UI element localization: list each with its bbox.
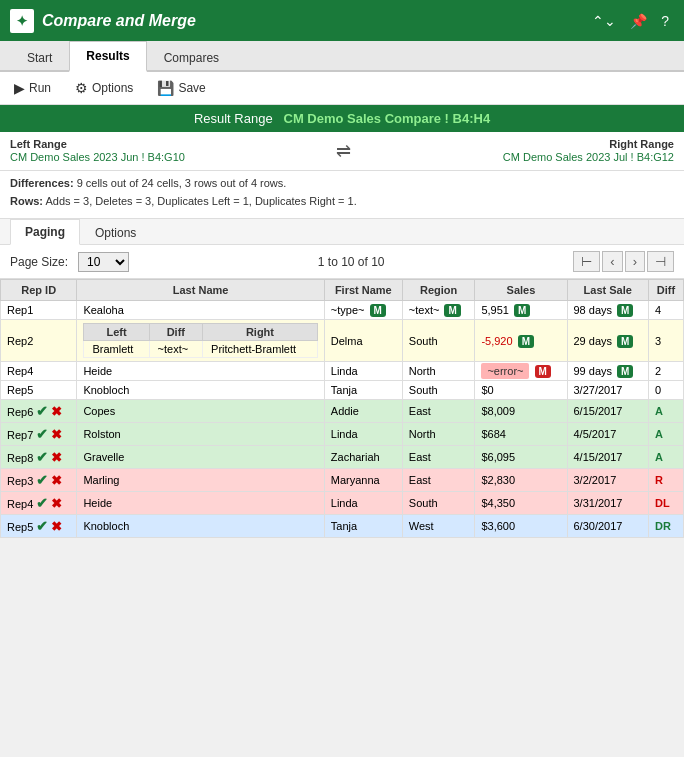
cell-last-name: Gravelle xyxy=(77,446,324,469)
cell-last-name: Copes xyxy=(77,400,324,423)
help-button[interactable]: ? xyxy=(656,11,674,31)
sub-tab-paging[interactable]: Paging xyxy=(10,219,80,245)
cell-rep-id: Rep6 ✔ ✖ xyxy=(1,400,77,423)
table-row: Rep4 Heide Linda North ~error~ M 99 days… xyxy=(1,362,684,381)
options-button[interactable]: ⚙ Options xyxy=(71,78,137,98)
cell-first-name: Linda xyxy=(324,423,402,446)
cell-first-name: Delma xyxy=(324,320,402,362)
page-size-label: Page Size: xyxy=(10,255,68,269)
cell-sales: $0 xyxy=(475,381,567,400)
prev-page-button[interactable]: ‹ xyxy=(602,251,622,272)
cell-diff: 2 xyxy=(648,362,683,381)
badge-m: M xyxy=(514,304,530,317)
check-icon: ✔ xyxy=(36,426,48,442)
run-button[interactable]: ▶ Run xyxy=(10,78,55,98)
inner-col-right: Right xyxy=(203,324,318,341)
save-button[interactable]: 💾 Save xyxy=(153,78,209,98)
cell-region: East xyxy=(402,446,475,469)
cell-sales: $4,350 xyxy=(475,492,567,515)
toolbar: ▶ Run ⚙ Options 💾 Save xyxy=(0,72,684,105)
col-first-name: First Name xyxy=(324,280,402,301)
tab-start[interactable]: Start xyxy=(10,43,69,72)
cell-first-name: Linda xyxy=(324,492,402,515)
cell-last-name: Rolston xyxy=(77,423,324,446)
cell-last-name: Left Diff Right Bramlett ~text~ Pritchet… xyxy=(77,320,324,362)
cell-last-sale: 4/5/2017 xyxy=(567,423,648,446)
check-icon: ✔ xyxy=(36,472,48,488)
first-page-button[interactable]: ⊢ xyxy=(573,251,600,272)
cell-sales: $2,830 xyxy=(475,469,567,492)
inner-cell-left: Bramlett xyxy=(84,341,149,358)
cell-last-name: Knobloch xyxy=(77,381,324,400)
next-page-button[interactable]: › xyxy=(625,251,645,272)
diff-line1: Differences: 9 cells out of 24 cells, 3 … xyxy=(10,175,674,193)
sub-tab-options[interactable]: Options xyxy=(80,220,151,245)
cell-diff: 0 xyxy=(648,381,683,400)
badge-m: M xyxy=(518,335,534,348)
title-bar: ✦ Compare and Merge ⌃⌄ 📌 ? xyxy=(0,0,684,41)
right-range-link[interactable]: CM Demo Sales 2023 Jul ! B4:G12 xyxy=(503,151,674,163)
cell-last-sale: 4/15/2017 xyxy=(567,446,648,469)
diff-line2: Rows: Adds = 3, Deletes = 3, Duplicates … xyxy=(10,193,674,211)
cell-diff: 3 xyxy=(648,320,683,362)
tab-results[interactable]: Results xyxy=(69,41,146,72)
tab-compares[interactable]: Compares xyxy=(147,43,236,72)
cell-first-name: Addie xyxy=(324,400,402,423)
diff-info: Differences: 9 cells out of 24 cells, 3 … xyxy=(0,171,684,219)
cell-last-sale: 6/30/2017 xyxy=(567,515,648,538)
cell-rep-id: Rep8 ✔ ✖ xyxy=(1,446,77,469)
run-icon: ▶ xyxy=(14,80,25,96)
cell-sales: $6,095 xyxy=(475,446,567,469)
badge-m: M xyxy=(617,365,633,378)
options-label: Options xyxy=(92,81,133,95)
x-icon: ✖ xyxy=(51,450,62,465)
save-icon: 💾 xyxy=(157,80,174,96)
cell-diff: R xyxy=(648,469,683,492)
cell-sales: -5,920 M xyxy=(475,320,567,362)
cell-last-name: Knobloch xyxy=(77,515,324,538)
result-range-link[interactable]: CM Demo Sales Compare ! B4:H4 xyxy=(284,111,491,126)
page-size-select[interactable]: 10 25 50 100 xyxy=(78,252,129,272)
col-rep-id: Rep ID xyxy=(1,280,77,301)
cell-last-sale: 3/27/2017 xyxy=(567,381,648,400)
inner-diff-table: Left Diff Right Bramlett ~text~ Pritchet… xyxy=(83,323,317,358)
cell-rep-id: Rep3 ✔ ✖ xyxy=(1,469,77,492)
cell-last-name: Marling xyxy=(77,469,324,492)
range-merge-icon: ⇌ xyxy=(336,140,351,162)
last-page-button[interactable]: ⊣ xyxy=(647,251,674,272)
check-icon: ✔ xyxy=(36,518,48,534)
col-last-name: Last Name xyxy=(77,280,324,301)
cell-last-name: Heide xyxy=(77,362,324,381)
cell-sales: $684 xyxy=(475,423,567,446)
cell-diff: DL xyxy=(648,492,683,515)
table-row: Rep3 ✔ ✖ Marling Maryanna East $2,830 3/… xyxy=(1,469,684,492)
cell-region: East xyxy=(402,469,475,492)
pin-button[interactable]: 📌 xyxy=(625,11,652,31)
col-region: Region xyxy=(402,280,475,301)
x-icon: ✖ xyxy=(51,473,62,488)
table-row: Rep5 ✔ ✖ Knobloch Tanja West $3,600 6/30… xyxy=(1,515,684,538)
inner-cell-diff: ~text~ xyxy=(149,341,203,358)
result-range-bar: Result Range CM Demo Sales Compare ! B4:… xyxy=(0,105,684,132)
left-range-link[interactable]: CM Demo Sales 2023 Jun ! B4:G10 xyxy=(10,151,185,163)
cell-region: North xyxy=(402,423,475,446)
check-icon: ✔ xyxy=(36,403,48,419)
paging-bar: Page Size: 10 25 50 100 1 to 10 of 10 ⊢ … xyxy=(0,245,684,279)
pagination-nav: ⊢ ‹ › ⊣ xyxy=(573,251,674,272)
main-tab-bar: Start Results Compares xyxy=(0,41,684,72)
cell-region: South xyxy=(402,492,475,515)
inner-col-left: Left xyxy=(84,324,149,341)
left-range-section: Left Range CM Demo Sales 2023 Jun ! B4:G… xyxy=(10,138,185,164)
cell-last-sale: 6/15/2017 xyxy=(567,400,648,423)
cell-sales: $3,600 xyxy=(475,515,567,538)
cell-rep-id: Rep7 ✔ ✖ xyxy=(1,423,77,446)
table-row: Rep1 Kealoha ~type~ M ~text~ M 5,951 M 9… xyxy=(1,301,684,320)
minimize-restore-button[interactable]: ⌃⌄ xyxy=(587,11,621,31)
window-controls: ⌃⌄ 📌 ? xyxy=(587,11,674,31)
paging-range-text: 1 to 10 of 10 xyxy=(139,255,563,269)
cell-rep-id: Rep4 ✔ ✖ xyxy=(1,492,77,515)
cell-rep-id: Rep1 xyxy=(1,301,77,320)
x-icon: ✖ xyxy=(51,427,62,442)
cell-diff: A xyxy=(648,423,683,446)
cell-last-sale: 29 days M xyxy=(567,320,648,362)
